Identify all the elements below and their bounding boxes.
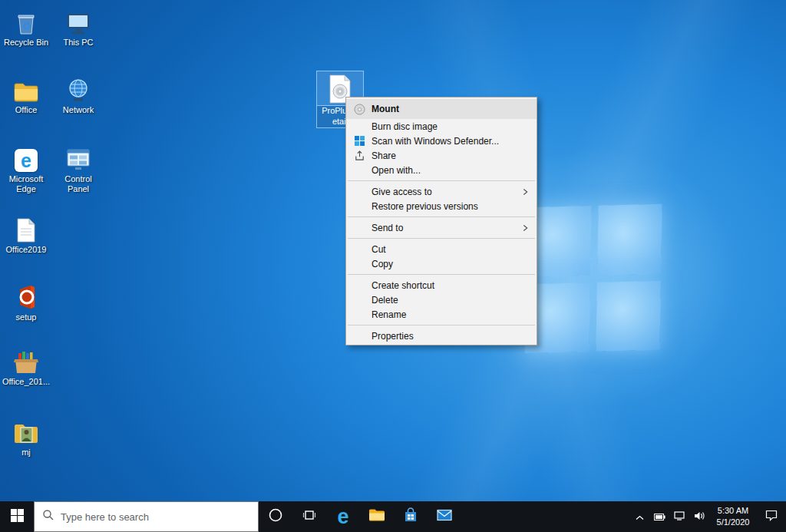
store-icon (404, 507, 418, 526)
desktop-icon-recycle-bin[interactable]: ♻ Recycle Bin (2, 8, 51, 48)
menu-item-label: Scan with Windows Defender... (372, 136, 499, 147)
icon-label: Network (63, 105, 94, 115)
edge-icon: e (15, 144, 38, 172)
context-menu-item-share[interactable]: Share (346, 148, 537, 163)
icon-label: Control Panel (54, 174, 103, 193)
edge-taskbar-button[interactable]: e (326, 501, 360, 532)
desktop-icon-office2019[interactable]: Office2019 (2, 215, 51, 255)
desktop-icon-mj[interactable]: mj (2, 418, 51, 458)
menu-separator (348, 274, 535, 275)
menu-separator (348, 325, 535, 325)
icon-label: Office_201... (2, 377, 50, 387)
clock-date: 5/1/2020 (717, 517, 750, 528)
icon-label: Office2019 (5, 245, 46, 255)
clock-time: 5:30 AM (718, 505, 748, 517)
context-menu-item-rename[interactable]: Rename (346, 307, 537, 322)
desktop-icon-office[interactable]: Office (2, 75, 51, 115)
mail-icon (437, 509, 452, 524)
windows-logo-pane (597, 204, 662, 276)
edge-icon: e (337, 507, 348, 527)
desktop-icon-network[interactable]: Network (54, 75, 103, 115)
menu-item-label: Share (372, 150, 396, 161)
desktop-icon-microsoft-edge[interactable]: e Microsoft Edge (2, 144, 51, 193)
context-menu-item-open-with[interactable]: Open with... (346, 163, 537, 177)
folder-icon (13, 75, 39, 103)
icon-label: Microsoft Edge (2, 174, 51, 193)
taskbar-search[interactable] (34, 501, 259, 532)
menu-item-label: Open with... (372, 165, 421, 176)
desktop-icon-setup[interactable]: setup (2, 283, 51, 322)
control-panel-icon (66, 144, 91, 172)
desktop-wallpaper[interactable]: ♻ Recycle Bin Office e Microsoft Edge (0, 0, 786, 501)
box-icon (13, 347, 39, 375)
task-view-button[interactable] (292, 501, 326, 532)
menu-separator (348, 180, 535, 181)
file-explorer-taskbar-button[interactable] (360, 501, 394, 532)
taskbar: e (0, 501, 786, 532)
menu-item-label: Delete (372, 295, 398, 306)
context-menu-item-create-shortcut[interactable]: Create shortcut (346, 278, 537, 292)
volume-button[interactable] (689, 501, 709, 532)
desktop-icon-this-pc[interactable]: This PC (54, 8, 103, 48)
tray-expand-button[interactable] (629, 501, 649, 532)
chevron-right-icon (523, 224, 528, 232)
task-view-icon (302, 508, 316, 525)
notification-icon (765, 510, 778, 524)
menu-item-label: Rename (372, 309, 406, 320)
notification-center-button[interactable] (757, 501, 786, 532)
battery-icon (654, 510, 665, 524)
menu-item-label: Restore previous versions (372, 201, 478, 212)
desktop-icon-office-201[interactable]: Office_201... (2, 347, 51, 387)
context-menu: Mount Burn disc image Scan with Windows … (345, 97, 537, 345)
search-icon (42, 509, 54, 524)
context-menu-item-copy[interactable]: Copy (346, 256, 537, 271)
document-icon (16, 215, 36, 243)
menu-separator (348, 216, 535, 217)
search-input[interactable] (61, 511, 250, 523)
icon-label: Office (15, 105, 38, 115)
mail-taskbar-button[interactable] (428, 501, 461, 532)
computer-icon (66, 8, 91, 35)
context-menu-item-cut[interactable]: Cut (346, 242, 537, 256)
context-menu-item-properties[interactable]: Properties (346, 329, 537, 343)
icon-label: setup (16, 312, 37, 322)
menu-item-label: Copy (372, 259, 393, 269)
windows-logo-pane (596, 280, 661, 352)
icon-label: mj (21, 448, 31, 458)
disc-icon (353, 103, 365, 115)
system-tray: 5:30 AM 5/1/2020 (629, 501, 786, 532)
menu-item-label: Mount (372, 104, 399, 114)
desktop-icon-control-panel[interactable]: Control Panel (54, 144, 103, 193)
menu-item-label: Properties (372, 331, 414, 342)
share-icon (353, 150, 365, 162)
cortana-button[interactable] (259, 501, 292, 532)
cortana-icon (268, 507, 283, 526)
menu-item-label: Create shortcut (372, 280, 434, 291)
network-icon (674, 510, 685, 524)
menu-item-label: Cut (372, 244, 386, 255)
menu-item-label: Burn disc image (372, 121, 438, 132)
network-globe-icon (66, 75, 91, 103)
context-menu-item-burn-disc-image[interactable]: Burn disc image (346, 119, 537, 134)
context-menu-item-scan-with-windows-defender[interactable]: Scan with Windows Defender... (346, 134, 537, 148)
menu-item-label: Give access to (372, 187, 432, 197)
icon-label: Recycle Bin (4, 38, 48, 48)
context-menu-item-send-to[interactable]: Send to (346, 220, 537, 235)
network-button[interactable] (669, 501, 689, 532)
store-taskbar-button[interactable] (394, 501, 428, 532)
pictures-folder-icon (13, 418, 39, 445)
windows-logo (524, 204, 662, 354)
taskbar-clock[interactable]: 5:30 AM 5/1/2020 (709, 501, 757, 532)
start-button[interactable] (0, 501, 34, 532)
context-menu-item-give-access-to[interactable]: Give access to (346, 184, 537, 199)
chevron-right-icon (523, 188, 528, 196)
context-menu-item-delete[interactable]: Delete (346, 292, 537, 307)
context-menu-item-restore-previous-versions[interactable]: Restore previous versions (346, 199, 537, 213)
battery-button[interactable] (649, 501, 669, 532)
recycle-bin-icon: ♻ (15, 8, 37, 35)
icon-label: This PC (63, 38, 93, 48)
windows-start-icon (11, 509, 24, 525)
context-menu-item-mount[interactable]: Mount (346, 99, 537, 119)
file-explorer-icon (368, 508, 385, 525)
svg-text:♻: ♻ (21, 20, 31, 32)
